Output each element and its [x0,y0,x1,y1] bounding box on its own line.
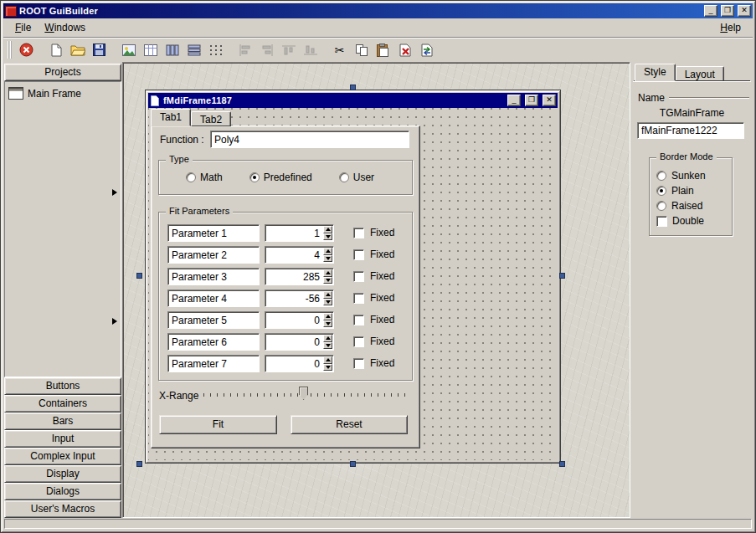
selection-handle-top[interactable] [350,85,356,90]
fixed-checkbox[interactable] [353,228,364,238]
tab-layout[interactable]: Layout [676,66,724,81]
spin-down-button[interactable] [323,255,332,263]
mdi-maximize-button[interactable]: ❐ [525,95,538,106]
open-folder-icon[interactable] [67,40,88,60]
spin-down-button[interactable] [323,342,332,350]
menu-windows[interactable]: Windows [38,19,92,36]
reset-button[interactable]: Reset [291,415,408,434]
mdi-minimize-button[interactable]: _ [507,95,521,106]
type-option-predefined[interactable]: Predefined [249,172,312,183]
spin-down-button[interactable] [323,277,332,284]
align-left-icon[interactable] [234,40,255,60]
align-bottom-icon[interactable] [300,40,321,60]
spin-up-button[interactable] [323,335,332,342]
raised-radio[interactable] [656,201,666,211]
break-layout-icon[interactable] [205,40,226,60]
shutter-input-button[interactable]: Input [4,430,121,448]
fixed-checkbox[interactable] [353,336,364,347]
spin-up-button[interactable] [323,226,332,233]
fixed-checkbox[interactable] [353,315,364,325]
new-file-icon[interactable] [45,40,66,60]
param-name-input[interactable] [167,224,260,242]
align-top-icon[interactable] [278,40,299,60]
spin-down-button[interactable] [323,233,332,241]
menu-file[interactable]: File [8,19,38,36]
spin-down-button[interactable] [323,364,332,372]
mdi-close-button[interactable]: ✕ [543,95,556,106]
mdi-frame[interactable]: fMdiFrame1187 _ ❐ ✕ Tab1 Tab2 Function : [145,90,561,464]
spin-down-button[interactable] [323,320,332,328]
widget-name-input[interactable] [637,122,744,139]
spin-up-button[interactable] [323,313,332,320]
fixed-checkbox[interactable] [353,358,364,369]
titlebar[interactable]: ROOT GuiBuilder _ ❐ ✕ [3,3,753,18]
param-name-input[interactable] [167,311,260,329]
selection-handle-bottom[interactable] [350,461,356,467]
shutter-bars-button[interactable]: Bars [4,413,121,430]
toolbar-grip[interactable] [8,41,12,59]
param-name-input[interactable] [167,333,260,351]
shutter-expand-arrow[interactable] [112,318,121,325]
shutter-complex-input-button[interactable]: Complex Input [4,448,121,465]
mdi-content[interactable]: Tab1 Tab2 Function : Type Mat [148,108,558,460]
type-option-math[interactable]: Math [186,172,223,183]
minimize-button[interactable]: _ [704,5,717,17]
spin-up-button[interactable] [323,356,332,364]
save-icon[interactable] [89,40,110,60]
border-mode-option-sunken[interactable]: Sunken [656,168,727,183]
selection-handle-bottom-right[interactable] [559,461,565,467]
shutter-display-button[interactable]: Display [4,465,121,483]
horizontal-layout-icon[interactable] [183,40,204,60]
shutter-buttons-button[interactable]: Buttons [4,377,121,395]
maximize-button[interactable]: ❐ [721,5,734,17]
shutter-users-macros-button[interactable]: User's Macros [4,500,121,518]
plain-radio[interactable] [656,186,666,196]
border-mode-option-raised[interactable]: Raised [656,198,727,213]
design-canvas[interactable]: fMdiFrame1187 _ ❐ ✕ Tab1 Tab2 Function : [122,62,630,518]
param-name-input[interactable] [167,246,260,264]
align-right-icon[interactable] [256,40,277,60]
main-frame-item[interactable]: Main Frame [5,82,121,105]
shutter-containers-button[interactable]: Containers [4,395,121,413]
predefined-radio[interactable] [249,172,260,182]
double-checkbox[interactable] [656,216,667,227]
fit-button[interactable]: Fit [159,415,277,434]
fixed-checkbox[interactable] [353,293,364,304]
function-input[interactable] [210,131,409,148]
menu-help[interactable]: Help [713,19,748,36]
fixed-checkbox[interactable] [353,249,364,260]
delete-icon[interactable] [394,40,415,60]
spin-up-button[interactable] [323,248,332,255]
type-option-user[interactable]: User [339,172,374,183]
sunken-radio[interactable] [656,171,666,181]
replace-icon[interactable] [416,40,437,60]
shutter-expand-arrow[interactable] [112,189,121,196]
stop-icon[interactable] [16,40,37,60]
param-name-input[interactable] [167,268,260,285]
close-button[interactable]: ✕ [738,5,751,17]
param-name-input[interactable] [167,290,260,307]
selection-handle-left[interactable] [136,273,142,279]
tab-style[interactable]: Style [635,64,676,81]
selection-handle-bottom-left[interactable] [136,461,142,467]
shutter-dialogs-button[interactable]: Dialogs [4,483,121,500]
cut-icon[interactable]: ✂ [329,40,350,60]
spin-up-button[interactable] [323,269,332,277]
tab-tab1[interactable]: Tab1 [151,109,191,126]
user-radio[interactable] [339,172,349,182]
border-mode-option-double[interactable]: Double [656,213,727,228]
fixed-checkbox[interactable] [353,271,364,282]
frame-table-icon[interactable] [140,40,161,60]
math-radio[interactable] [186,172,196,182]
xrange-slider[interactable] [203,386,411,402]
vertical-layout-icon[interactable] [162,40,183,60]
spin-up-button[interactable] [323,291,332,299]
spin-down-button[interactable] [323,299,332,306]
paste-icon[interactable] [373,40,393,60]
shutter-projects-button[interactable]: Projects [4,64,121,81]
picture-icon[interactable] [118,40,139,60]
slider-thumb[interactable] [299,387,308,400]
mdi-titlebar[interactable]: fMdiFrame1187 _ ❐ ✕ [148,93,558,108]
selection-handle-right[interactable] [559,273,565,279]
copy-icon[interactable] [351,40,372,60]
